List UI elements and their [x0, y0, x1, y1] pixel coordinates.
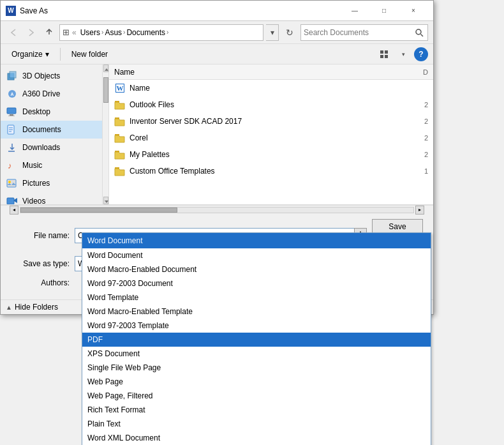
dropdown-item-11[interactable]: Rich Text Format	[82, 403, 431, 417]
file-name-label: File name:	[11, 231, 75, 240]
documents-icon	[6, 124, 19, 135]
file-name-custom-office: Custom Office Templates	[130, 167, 386, 176]
sidebar-scrollbar[interactable]	[103, 64, 109, 204]
dropdown-item-12[interactable]: Plain Text	[82, 417, 431, 431]
dropdown-header-text: Word Document	[87, 236, 142, 245]
crumb-documents: Documents	[125, 28, 167, 37]
file-name-corel: Corel	[130, 133, 386, 142]
search-input[interactable]	[301, 25, 411, 40]
back-button[interactable]	[6, 25, 21, 40]
svg-text:♪: ♪	[8, 161, 12, 170]
folder-icon-mypalettes	[114, 149, 126, 160]
file-item-custom-office[interactable]: Custom Office Templates 1	[109, 163, 433, 179]
svg-rect-10	[7, 108, 16, 114]
sidebar-label-videos: Videos	[22, 197, 45, 204]
dropdown-item-7[interactable]: XPS Document	[82, 347, 431, 361]
up-button[interactable]	[41, 25, 57, 40]
dropdown-item-label-6: PDF	[87, 335, 103, 344]
dropdown-item-6[interactable]: PDF	[82, 333, 431, 347]
dropdown-item-4[interactable]: Word Macro-Enabled Template	[82, 305, 431, 319]
dropdown-item-label-8: Single File Web Page	[87, 363, 161, 372]
h-scroll-track[interactable]	[20, 207, 414, 213]
minimize-button[interactable]: —	[340, 1, 369, 21]
folder-icon-custom-office	[114, 165, 126, 177]
scroll-up-arrow[interactable]	[103, 64, 108, 72]
file-name-outlook: Outlook Files	[130, 100, 386, 109]
toolbar-separator	[60, 48, 61, 61]
refresh-button[interactable]: ↻	[281, 24, 298, 41]
h-scroll-right[interactable]: ▸	[415, 206, 424, 215]
file-item-mypalettes[interactable]: My Palettes 2	[109, 146, 433, 163]
sidebar-item-3dobjects[interactable]: 3D Objects	[1, 67, 102, 85]
a360-icon: A	[6, 89, 19, 99]
3dobjects-icon	[6, 71, 19, 81]
dropdown-item-10[interactable]: Web Page, Filtered	[82, 389, 431, 403]
dropdown-item-3[interactable]: Word Template	[82, 290, 431, 305]
svg-text:A: A	[10, 92, 13, 96]
dialog-title: Save As	[20, 6, 340, 15]
search-button[interactable]	[411, 24, 427, 41]
horizontal-scrollbar[interactable]: ◂ ▸	[1, 205, 433, 214]
sidebar-item-videos[interactable]: Videos	[1, 192, 102, 204]
sidebar-item-music[interactable]: ♪ Music	[1, 156, 102, 174]
dropdown-item-0[interactable]: Word Document	[82, 248, 431, 262]
svg-rect-12	[8, 116, 15, 116]
dropdown-item-1[interactable]: Word Macro-Enabled Document	[82, 262, 431, 276]
sidebar-label-3dobjects: 3D Objects	[22, 72, 60, 80]
svg-rect-2	[380, 50, 383, 54]
view-dropdown-arrow[interactable]: ▾	[395, 46, 411, 63]
file-name-inventor: Inventor Server SDK ACAD 2017	[130, 117, 386, 126]
file-date-outlook: 2	[390, 101, 428, 109]
dropdown-item-2[interactable]: Word 97-2003 Document	[82, 276, 431, 290]
sidebar-label-a360: A360 Drive	[22, 89, 60, 98]
maximize-button[interactable]: □	[369, 1, 399, 21]
organize-button[interactable]: Organize ▾	[6, 46, 55, 63]
desktop-icon	[6, 107, 19, 117]
title-bar: W Save As — □ ×	[1, 1, 433, 21]
dropdown-item-label-0: Word Document	[87, 251, 142, 260]
svg-rect-21	[7, 198, 14, 204]
dropdown-item-8[interactable]: Single File Web Page	[82, 361, 431, 375]
file-item-corel[interactable]: Corel 2	[109, 130, 433, 146]
address-path[interactable]: ⊞ « Users › Asus › Documents ›	[59, 24, 263, 41]
svg-rect-3	[385, 50, 388, 54]
file-date-custom-office: 1	[390, 167, 428, 175]
h-scroll-thumb[interactable]	[20, 207, 177, 213]
organize-arrow: ▾	[45, 50, 49, 59]
forward-button[interactable]	[24, 25, 39, 40]
dropdown-item-13[interactable]: Word XML Document	[82, 431, 431, 445]
dropdown-item-label-1: Word Macro-Enabled Document	[87, 265, 196, 274]
hide-folders-label: Hide Folders	[15, 303, 58, 312]
h-scroll-left[interactable]: ◂	[10, 206, 19, 215]
dropdown-item-label-13: Word XML Document	[87, 434, 160, 442]
address-dropdown-arrow[interactable]: ▾	[266, 24, 279, 41]
svg-point-0	[416, 29, 421, 34]
sidebar-label-desktop: Desktop	[22, 107, 50, 116]
svg-rect-19	[7, 179, 16, 187]
downloads-icon	[6, 142, 19, 153]
help-button[interactable]: ?	[414, 47, 428, 61]
sidebar-item-downloads[interactable]: Downloads	[1, 139, 102, 156]
sidebar-item-documents[interactable]: Documents	[1, 121, 102, 139]
app-icon: W	[6, 6, 16, 16]
sidebar-item-pictures[interactable]: Pictures	[1, 174, 102, 192]
file-item-name-header[interactable]: W Name	[109, 80, 433, 96]
close-button[interactable]: ×	[399, 1, 428, 21]
sidebar-item-a360[interactable]: A A360 Drive	[1, 85, 102, 103]
svg-point-20	[8, 181, 11, 183]
col-header-name: Name	[114, 68, 390, 77]
folder-icon-outlook	[114, 99, 126, 110]
search-box	[300, 24, 428, 41]
sidebar-item-desktop[interactable]: Desktop	[1, 103, 102, 121]
svg-rect-5	[385, 55, 388, 58]
dropdown-item-9[interactable]: Web Page	[82, 375, 431, 389]
dropdown-item-label-9: Web Page	[87, 377, 123, 386]
file-item-outlook[interactable]: Outlook Files 2	[109, 96, 433, 113]
new-folder-button[interactable]: New folder	[66, 46, 114, 63]
scroll-down-arrow[interactable]	[103, 197, 108, 204]
view-button[interactable]	[376, 46, 392, 63]
organize-label: Organize	[11, 50, 43, 59]
file-item-inventor[interactable]: Inventor Server SDK ACAD 2017 2	[109, 113, 433, 130]
dropdown-item-5[interactable]: Word 97-2003 Template	[82, 319, 431, 333]
scroll-thumb[interactable]	[103, 77, 108, 103]
